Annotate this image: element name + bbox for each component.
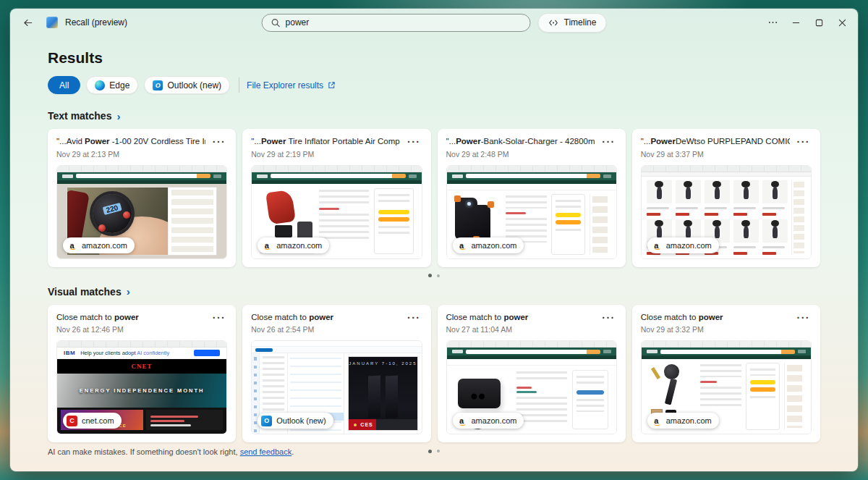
- card-menu-button[interactable]: ···: [211, 312, 228, 322]
- outlook-favicon: O: [261, 416, 272, 426]
- cnet-favicon: C: [67, 416, 77, 426]
- visual-matches-pagination[interactable]: [48, 449, 820, 453]
- card-menu-button[interactable]: ···: [796, 136, 812, 146]
- source-badge: aamazon.com: [63, 237, 135, 253]
- filter-chip-outlook[interactable]: OOutlook (new): [144, 76, 230, 94]
- card-menu-button[interactable]: ···: [406, 312, 422, 322]
- chevron-right-icon: ›: [116, 111, 120, 122]
- back-arrow-icon: [22, 17, 33, 28]
- card-title: Close match to power: [251, 312, 400, 324]
- external-link-icon: [328, 81, 336, 89]
- amazon-favicon: a: [456, 240, 467, 250]
- card-thumbnail[interactable]: IBMHelp your clients adopt AI confidentl…: [56, 340, 227, 434]
- app-title: Recall (preview): [65, 17, 127, 28]
- visual-matches-row: Close match to power ··· Nov 26 at 12:46…: [48, 305, 820, 443]
- page-dot[interactable]: [437, 450, 440, 452]
- card-date: Nov 29 at 2:13 PM: [56, 150, 227, 159]
- amazon-favicon: a: [67, 240, 77, 250]
- text-matches-row: "...Avid Power -1-00 20V Cordless Tire I…: [48, 129, 820, 267]
- result-card: Close match to power ··· Nov 26 at 12:46…: [48, 305, 236, 443]
- more-options-button[interactable]: [761, 13, 784, 32]
- card-menu-button[interactable]: ···: [600, 136, 617, 146]
- result-card: Close match to power ··· Nov 27 at 11:04…: [438, 305, 626, 443]
- close-button[interactable]: [830, 13, 854, 32]
- titlebar: Recall (preview) Timeline: [10, 9, 858, 36]
- card-thumbnail[interactable]: aamazon.com: [446, 165, 617, 259]
- card-title: Close match to power: [446, 312, 595, 324]
- source-badge: OOutlook (new): [258, 413, 333, 429]
- result-card: Close match to power ··· Nov 29 at 3:32 …: [632, 305, 820, 443]
- close-icon: [838, 19, 846, 27]
- tire-gauge: 220: [93, 194, 132, 233]
- card-menu-button[interactable]: ···: [211, 136, 228, 146]
- card-title: "...PowerDeWtso PURPLEPAND COMICA OMICA …: [641, 136, 790, 148]
- card-date: Nov 27 at 11:04 AM: [446, 325, 617, 334]
- card-menu-button[interactable]: ···: [796, 312, 812, 322]
- source-badge: aamazon.com: [453, 237, 524, 253]
- timeline-button[interactable]: Timeline: [538, 13, 607, 33]
- recall-app-window: Recall (preview) Timeline Results All Ed…: [10, 9, 858, 471]
- amazon-favicon: a: [651, 240, 662, 250]
- card-title: "...Avid Power -1-00 20V Cordless Tire I…: [56, 136, 205, 148]
- cnet-logo: CNET: [132, 363, 153, 370]
- card-thumbnail[interactable]: aamazon.com: [251, 165, 422, 259]
- search-icon: [271, 18, 281, 28]
- text-matches-pagination[interactable]: [48, 274, 820, 278]
- back-button[interactable]: [17, 13, 38, 32]
- search-input[interactable]: [286, 17, 503, 28]
- source-badge: aamazon.com: [647, 413, 719, 429]
- page-dot-active[interactable]: [428, 274, 432, 277]
- maximize-button[interactable]: [807, 13, 830, 32]
- card-thumbnail[interactable]: aamazon.com: [446, 340, 617, 434]
- source-badge: aamazon.com: [258, 237, 329, 253]
- filter-chip-edge[interactable]: Edge: [86, 76, 138, 94]
- source-badge: aamazon.com: [453, 413, 524, 429]
- maximize-icon: [815, 19, 823, 27]
- source-badge: Ccnet.com: [63, 413, 122, 429]
- amazon-favicon: a: [261, 240, 272, 250]
- divider: [239, 77, 239, 93]
- footer: AI can make mistakes. If something doesn…: [48, 447, 820, 456]
- card-date: Nov 29 at 3:32 PM: [641, 325, 812, 334]
- result-card: Close match to power ··· Nov 26 at 2:54 …: [242, 305, 430, 443]
- result-card: "...Avid Power -1-00 20V Cordless Tire I…: [48, 129, 236, 267]
- card-title: Close match to power: [641, 312, 790, 324]
- recall-app-icon: [46, 17, 58, 28]
- card-date: Nov 26 at 2:54 PM: [251, 325, 422, 334]
- outlook-icon: O: [153, 80, 163, 90]
- minimize-button[interactable]: [784, 13, 807, 32]
- visual-matches-header[interactable]: Visual matches›: [48, 286, 820, 298]
- result-card: "...Power Tire Inflator Portable Air Com…: [242, 129, 430, 267]
- card-thumbnail[interactable]: aamazon.com: [641, 340, 812, 434]
- card-title: "...Power Tire Inflator Portable Air Com…: [251, 136, 400, 148]
- result-card: "...PowerDeWtso PURPLEPAND COMICA OMICA …: [632, 129, 820, 267]
- file-explorer-results-link[interactable]: File Explorer results: [247, 80, 336, 90]
- edge-icon: [95, 80, 105, 90]
- card-date: Nov 26 at 12:46 PM: [56, 325, 227, 334]
- amazon-favicon: a: [651, 416, 662, 426]
- card-thumbnail[interactable]: 220 4 Measurement Units aamazon.com: [56, 165, 227, 259]
- card-menu-button[interactable]: ···: [406, 136, 422, 146]
- result-card: "...Power-Bank-Solar-Charger - 42800mAh …: [438, 129, 626, 267]
- page-dot[interactable]: [437, 274, 440, 277]
- card-date: Nov 29 at 3:37 PM: [641, 150, 812, 159]
- timeline-icon: [548, 19, 559, 27]
- more-icon: [768, 21, 778, 24]
- filter-chip-all[interactable]: All: [48, 76, 80, 94]
- minimize-icon: [792, 19, 800, 27]
- card-date: Nov 29 at 2:19 PM: [251, 150, 422, 159]
- chevron-right-icon: ›: [127, 286, 130, 297]
- amazon-favicon: a: [456, 416, 467, 426]
- filter-bar: All Edge OOutlook (new) File Explorer re…: [48, 76, 820, 94]
- card-thumbnail[interactable]: aamazon.com: [641, 165, 812, 259]
- source-badge: aamazon.com: [647, 237, 719, 253]
- text-matches-header[interactable]: Text matches›: [48, 110, 820, 122]
- card-thumbnail[interactable]: JANUARY 7-10, 2025CES OOutlook (new): [251, 340, 422, 434]
- card-date: Nov 29 at 2:48 PM: [446, 150, 617, 159]
- card-title: "...Power-Bank-Solar-Charger - 42800mAh …: [446, 136, 595, 148]
- page-dot-active[interactable]: [428, 450, 432, 453]
- card-menu-button[interactable]: ···: [600, 312, 617, 322]
- page-title: Results: [48, 49, 820, 67]
- card-title: Close match to power: [56, 312, 205, 324]
- search-box[interactable]: [262, 14, 531, 32]
